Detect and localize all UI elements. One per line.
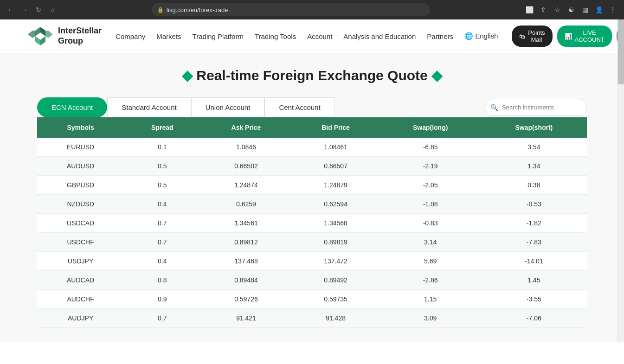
bookmark-icon[interactable]: ☆ — [552, 4, 563, 15]
nav-account[interactable]: Account — [307, 32, 332, 40]
quotes-table: Symbols Spread Ask Price Bid Price Swap(… — [37, 117, 587, 328]
reload-button[interactable]: ↻ — [33, 5, 44, 15]
table-row: AUDUSD 0.5 0.66502 0.66507 -2.19 1.34 — [37, 157, 587, 176]
cell-swap-short: -0.53 — [481, 195, 587, 214]
cell-swap-long: 5.69 — [380, 252, 481, 271]
sidebar-icon[interactable]: ▦ — [579, 4, 591, 15]
site-logo[interactable]: InterStellar Group — [28, 25, 102, 47]
table-row: USDCAD 0.7 1.34561 1.34568 -0.83 -1.82 — [37, 214, 587, 233]
cell-swap-short: 1.45 — [481, 271, 587, 290]
extensions-icon[interactable]: ☯ — [566, 4, 577, 15]
search-box: 🔍 — [485, 99, 587, 116]
cell-symbol: NZDUSD — [37, 195, 124, 214]
nav-analysis[interactable]: Analysis and Education — [343, 32, 416, 40]
cell-ask: 137.468 — [200, 252, 291, 271]
scrollbar-thumb[interactable] — [618, 19, 624, 84]
col-spread: Spread — [124, 117, 200, 138]
table-row: AUDCHF 0.9 0.59726 0.59735 1.15 -3.55 — [37, 290, 587, 309]
table-row: NZDUSD 0.4 0.6259 0.62594 -1.08 -0.53 — [37, 195, 587, 214]
live-account-button[interactable]: 📊 LIVE ACCOUNT — [557, 26, 612, 47]
cell-bid: 0.59735 — [291, 290, 380, 309]
table-row: AUDJPY 0.7 91.421 91.428 3.09 -7.06 — [37, 309, 587, 328]
menu-icon[interactable]: ⋮ — [607, 4, 618, 15]
nav-trading-platform[interactable]: Trading Platform — [193, 32, 244, 40]
forward-button[interactable]: → — [19, 5, 30, 15]
home-button[interactable]: ⌂ — [47, 5, 58, 15]
table-row: AUDCAD 0.8 0.89484 0.89492 -2.86 1.45 — [37, 271, 587, 290]
cell-symbol: EURUSD — [37, 138, 124, 157]
cell-swap-short: -7.83 — [481, 233, 587, 252]
cell-ask: 0.66502 — [200, 157, 291, 176]
col-swap-short: Swap(short) — [481, 117, 587, 138]
cell-ask: 0.89484 — [200, 271, 291, 290]
nav-trading-tools[interactable]: Trading Tools — [255, 32, 296, 40]
cell-swap-long: 3.09 — [380, 309, 481, 328]
page-title: ◆ Real-time Foreign Exchange Quote ◆ — [37, 67, 587, 83]
site-header: InterStellar Group Company Markets Tradi… — [0, 19, 624, 53]
profile-icon[interactable]: 👤 — [593, 4, 605, 15]
nav-partners[interactable]: Partners — [427, 32, 453, 40]
logo-icon — [28, 25, 53, 47]
cell-ask: 0.6259 — [200, 195, 291, 214]
cell-symbol: USDCHF — [37, 233, 124, 252]
share-icon[interactable]: ⇪ — [538, 4, 549, 15]
cell-swap-long: 3.14 — [380, 233, 481, 252]
header-actions: 🛍 Points Mall 📊 LIVE ACCOUNT 👤 LOG IN — [512, 26, 624, 47]
cell-ask: 1.24874 — [200, 176, 291, 195]
points-mall-button[interactable]: 🛍 Points Mall — [512, 26, 552, 47]
cell-spread: 0.8 — [124, 271, 200, 290]
nav-markets[interactable]: Markets — [156, 32, 181, 40]
cell-spread: 0.4 — [124, 252, 200, 271]
cell-symbol: USDCAD — [37, 214, 124, 233]
cell-bid: 1.24879 — [291, 176, 380, 195]
nav-english[interactable]: 🌐 English — [464, 32, 498, 40]
cell-ask: 1.0846 — [200, 138, 291, 157]
cell-swap-short: -14.01 — [481, 252, 587, 271]
back-button[interactable]: ← — [6, 5, 16, 15]
cell-bid: 137.472 — [291, 252, 380, 271]
scrollbar[interactable] — [618, 19, 624, 342]
cell-symbol: AUDCHF — [37, 290, 124, 309]
tab-union-account[interactable]: Union Account — [191, 97, 265, 117]
cell-swap-short: 1.34 — [481, 157, 587, 176]
cell-swap-long: -2.86 — [380, 271, 481, 290]
cell-bid: 0.66507 — [291, 157, 380, 176]
chart-icon: 📊 — [565, 33, 572, 40]
diamond-right: ◆ — [431, 68, 442, 83]
account-tabs: ECN Account Standard Account Union Accou… — [37, 97, 587, 117]
cell-bid: 0.89492 — [291, 271, 380, 290]
store-icon: 🛍 — [519, 33, 525, 40]
cell-spread: 0.5 — [124, 176, 200, 195]
cell-swap-long: -2.05 — [380, 176, 481, 195]
cell-spread: 0.7 — [124, 309, 200, 328]
cell-spread: 0.9 — [124, 290, 200, 309]
cell-bid: 0.89819 — [291, 233, 380, 252]
lock-icon: 🔒 — [157, 7, 164, 13]
cell-ask: 0.89812 — [200, 233, 291, 252]
tab-cent-account[interactable]: Cent Account — [264, 97, 335, 117]
search-input[interactable] — [485, 99, 587, 116]
cast-icon[interactable]: ⬜ — [524, 4, 535, 15]
tab-ecn-account[interactable]: ECN Account — [37, 97, 107, 117]
browser-icons: ⬜ ⇪ ☆ ☯ ▦ 👤 ⋮ — [524, 4, 618, 15]
cell-symbol: GBPUSD — [37, 176, 124, 195]
diamond-left: ◆ — [182, 68, 193, 83]
svg-marker-1 — [35, 27, 40, 36]
svg-marker-4 — [28, 31, 35, 38]
cell-swap-short: -3.55 — [481, 290, 587, 309]
main-content: ◆ Real-time Foreign Exchange Quote ◆ ECN… — [0, 53, 624, 342]
cell-swap-short: -1.82 — [481, 214, 587, 233]
cell-spread: 0.1 — [124, 138, 200, 157]
cell-bid: 0.62594 — [291, 195, 380, 214]
cell-bid: 91.428 — [291, 309, 380, 328]
browser-chrome: ← → ↻ ⌂ 🔒 fisg.com/en/forex-trade ⬜ ⇪ ☆ … — [0, 0, 624, 19]
cell-symbol: AUDJPY — [37, 309, 124, 328]
address-bar[interactable]: 🔒 fisg.com/en/forex-trade — [152, 3, 430, 16]
cell-bid: 1.34568 — [291, 214, 380, 233]
cell-swap-long: -6.85 — [380, 138, 481, 157]
tab-standard-account[interactable]: Standard Account — [107, 97, 191, 117]
cell-swap-short: -7.06 — [481, 309, 587, 328]
nav-company[interactable]: Company — [116, 32, 145, 40]
cell-ask: 91.421 — [200, 309, 291, 328]
col-swap-long: Swap(long) — [380, 117, 481, 138]
